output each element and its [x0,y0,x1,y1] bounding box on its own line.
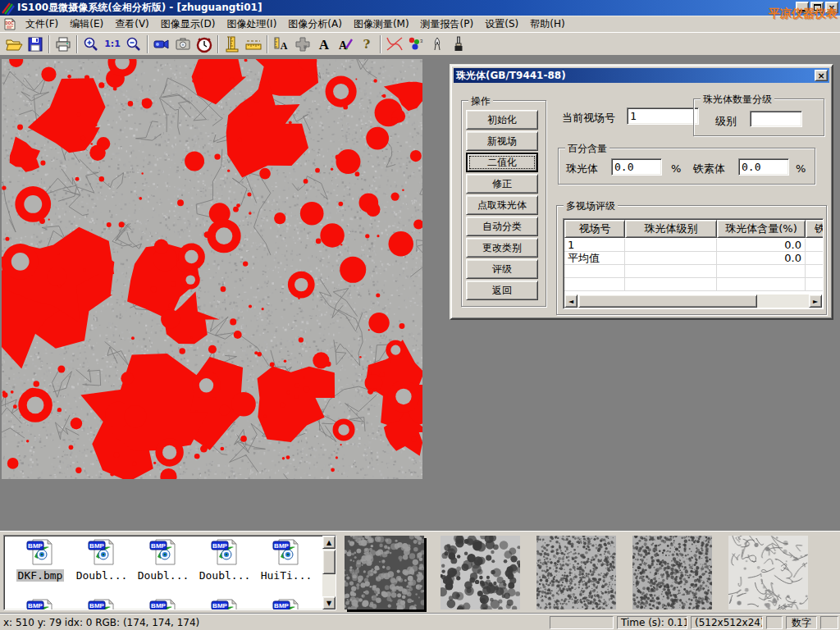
file-name[interactable]: Doubl... [75,569,130,582]
file-name[interactable]: DKF.bmp [16,569,65,582]
bmp-file-icon [88,599,116,610]
table-hscrollbar[interactable]: ◄ ► [564,294,822,308]
cell-pearlite: 0.0 [717,252,806,265]
metallographic-image[interactable] [2,59,422,479]
clock-icon [195,35,213,53]
actual-size-button[interactable]: 1:1 [102,34,123,54]
brush-tool-button[interactable] [448,34,469,54]
toolbar: 1:1 [0,32,840,56]
menu-file[interactable]: 文件(F) [20,16,64,33]
menu-measure-report[interactable]: 测量报告(P) [415,16,480,33]
multifield-table[interactable]: 视场号 珠光体级别 珠光体含量(%) 铁素体含量(%) 1 0.0 平均值 0.… [563,218,824,309]
correct-button[interactable]: 修正 [466,174,538,194]
scroll-up-icon[interactable]: ▲ [322,536,336,549]
change-class-button[interactable]: 更改类别 [466,238,538,258]
vendor-watermark: 平凉仪器仪表 [769,7,838,21]
scroll-left-icon[interactable]: ◄ [564,294,578,308]
rate-button[interactable]: 评级 [466,259,538,279]
file-name[interactable]: Doubl... [198,569,253,582]
text-tool-button[interactable]: A [313,34,335,54]
menu-image-processing[interactable]: 图像处理(I) [221,16,282,33]
table-row[interactable]: 1 0.0 [564,239,824,252]
ruler-button[interactable] [243,34,264,54]
photo-capture-button[interactable] [172,34,194,54]
dialog-close-icon: × [817,71,824,81]
new-field-button[interactable]: 新视场 [466,131,538,151]
zoom-out-button[interactable] [123,34,144,54]
pick-pearlite-button[interactable]: 点取珠光体 [466,195,538,215]
one-to-one-icon: 1:1 [104,39,121,49]
file-name[interactable]: HuiTi... [259,569,314,582]
bmp-file-icon [272,539,300,567]
thumbnail-image[interactable] [441,536,520,609]
thumbnail-image[interactable] [536,536,616,609]
thumbnail-image[interactable] [728,536,808,609]
classify-tool-button[interactable]: 3 [405,34,427,54]
file-item[interactable]: Doubl... [72,539,131,582]
current-field-input[interactable]: 1 [627,107,699,125]
binarize-button[interactable]: 二值化 [466,153,538,172]
file-item[interactable] [195,599,254,610]
zoom-in-button[interactable] [80,34,102,54]
scroll-right-icon[interactable]: ► [809,294,822,308]
app-icon [2,2,15,15]
thumbnail-image[interactable] [632,536,712,609]
curve-tool-button[interactable] [384,34,405,54]
dialog-title-bar[interactable]: 珠光体(GB/T9441-88) × [454,68,829,83]
file-item[interactable] [257,599,316,610]
vscroll-thumb[interactable] [322,550,336,574]
help-icon: ? [363,37,371,52]
init-button[interactable]: 初始化 [466,110,538,130]
vertical-caliper-icon [223,35,241,53]
file-item[interactable]: HuiTi... [257,539,316,582]
print-button[interactable] [52,34,74,54]
file-item[interactable]: DKF.bmp [11,539,70,582]
ferrite-percent-input[interactable]: 0.0 [738,158,789,176]
caliper-button[interactable] [221,34,243,54]
save-button[interactable] [25,34,46,54]
svg-text:3: 3 [420,39,423,43]
return-button[interactable]: 返回 [466,281,538,300]
brush-icon [450,35,468,53]
cell-ferrite [806,252,824,265]
menu-edit[interactable]: 编辑(E) [64,16,109,33]
document-icon[interactable]: DOC [3,18,16,30]
pen-tool-button[interactable] [427,34,448,54]
bmp-file-icon [211,599,239,610]
auto-classify-button[interactable]: 自动分类 [466,217,538,236]
file-item[interactable]: Doubl... [195,539,254,582]
menu-settings[interactable]: 设置(S) [479,16,524,33]
pearlite-percent-input[interactable]: 0.0 [611,158,662,176]
menu-image-display[interactable]: 图像显示(D) [155,16,221,33]
open-file-button[interactable] [3,34,25,54]
hscroll-thumb[interactable] [578,294,757,308]
menu-view[interactable]: 查看(V) [109,16,155,33]
annotate-tool-button[interactable]: A [335,34,356,54]
table-row[interactable]: 平均值 0.0 [564,252,824,265]
file-list[interactable]: DKF.bmp Doubl... Doubl... Doubl... HuiTi… [3,535,336,610]
grid-tool-button[interactable] [292,34,313,54]
col-header-pearlite-content[interactable]: 珠光体含量(%) [717,220,806,238]
col-header-field[interactable]: 视场号 [564,220,625,238]
col-header-pearlite-grade[interactable]: 珠光体级别 [625,220,717,238]
dialog-close-button[interactable]: × [815,70,828,81]
menu-image-measure[interactable]: 图像测量(M) [348,16,415,33]
menu-image-analysis[interactable]: 图像分析(A) [282,16,348,33]
grade-input[interactable] [750,111,802,127]
file-item[interactable] [11,599,70,610]
menu-help[interactable]: 帮助(H) [524,16,570,33]
file-item[interactable] [134,599,193,610]
filelist-vscrollbar[interactable]: ▲ ▼ [322,536,336,609]
status-empty-panel [766,616,783,629]
file-item[interactable] [72,599,131,610]
scroll-down-icon[interactable]: ▼ [322,596,336,609]
bmp-file-icon [149,599,177,610]
video-capture-button[interactable] [151,34,172,54]
help-button[interactable]: ? [356,34,377,54]
timer-button[interactable] [194,34,215,54]
measure-label-button[interactable]: A [271,34,292,54]
col-header-ferrite-content[interactable]: 铁素体含量(%) [806,220,824,238]
file-item[interactable]: Doubl... [134,539,193,582]
file-name[interactable]: Doubl... [136,569,191,582]
thumbnail-image[interactable] [345,536,424,609]
